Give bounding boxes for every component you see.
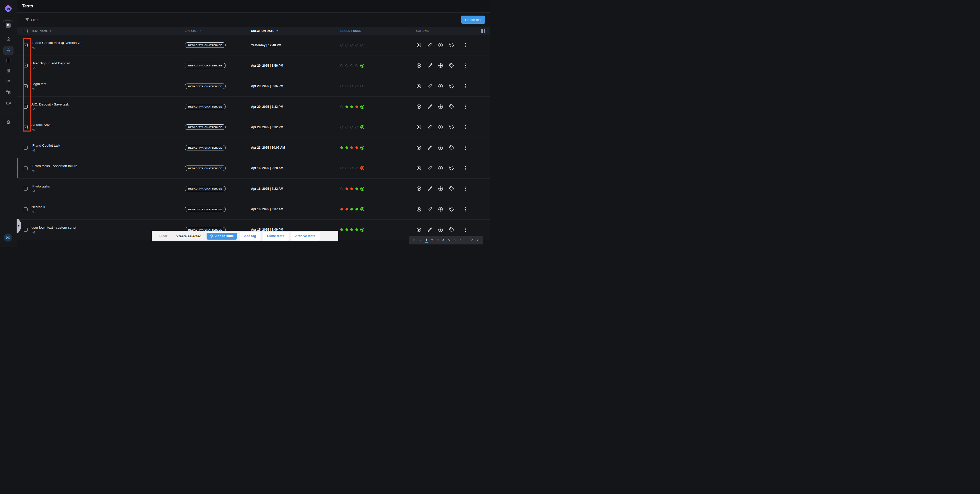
edit-test-button[interactable] — [427, 63, 433, 68]
table-row[interactable]: IF and Copilot task v2 DEBADITYA.CHATTER… — [17, 137, 490, 158]
table-row[interactable]: Nested IF v3 DEBADITYA.CHATTERJEE Apr 16… — [17, 199, 490, 220]
workspace-switcher[interactable]: D — [3, 21, 13, 30]
table-row[interactable]: AIC: Deposit - Save task v0 DEBADITYA.CH… — [17, 97, 490, 117]
add-to-suite-icon-button[interactable] — [438, 83, 443, 89]
more-options-button[interactable] — [463, 124, 468, 130]
tag-button[interactable] — [449, 207, 454, 212]
page-button-1[interactable]: 1 — [425, 238, 428, 243]
tag-button[interactable] — [449, 186, 454, 191]
row-checkbox[interactable] — [24, 187, 27, 191]
more-options-button[interactable] — [463, 42, 468, 48]
row-checkbox[interactable] — [24, 146, 27, 150]
tag-button[interactable] — [449, 227, 454, 233]
edit-test-button[interactable] — [427, 42, 433, 48]
add-to-suite-icon-button[interactable] — [438, 186, 443, 191]
add-to-suite-icon-button[interactable] — [438, 124, 443, 130]
test-name[interactable]: IF and Copilot task @ version v2 — [32, 41, 185, 45]
edit-test-button[interactable] — [427, 186, 433, 191]
test-name[interactable]: IF w/o tasks — [32, 185, 185, 188]
page-button-3[interactable]: 3 — [436, 238, 439, 242]
sidebar-item-tests[interactable] — [6, 48, 11, 53]
filter-button[interactable]: Filter — [25, 18, 38, 22]
tag-button[interactable] — [449, 124, 454, 130]
select-all-checkbox[interactable] — [24, 29, 27, 33]
test-name[interactable]: user login text - custom script — [32, 226, 185, 229]
tag-button[interactable] — [449, 83, 454, 89]
more-options-button[interactable] — [463, 63, 468, 68]
column-header-test-name[interactable]: TEST NAME ▲▼ — [29, 29, 185, 32]
page-button-6[interactable]: 6 — [453, 238, 456, 242]
table-row[interactable]: User Sign In and Deposit v0 DEBADITYA.CH… — [17, 56, 490, 76]
row-checkbox[interactable] — [24, 105, 27, 108]
row-checkbox[interactable] — [24, 64, 27, 67]
add-to-suite-icon-button[interactable] — [438, 145, 443, 150]
user-avatar[interactable]: DC — [4, 233, 12, 242]
add-to-suite-icon-button[interactable] — [438, 227, 443, 233]
sidebar-item-runs-list[interactable] — [6, 80, 11, 85]
edit-test-button[interactable] — [427, 145, 433, 150]
test-name[interactable]: AI Task Save — [32, 123, 185, 127]
page-button-4[interactable]: 4 — [442, 238, 445, 242]
column-header-creation-date[interactable]: CREATION DATE ▼ — [251, 29, 340, 32]
previous-page-button[interactable] — [419, 238, 422, 242]
column-header-creator[interactable]: CREATOR ▲▼ — [185, 29, 251, 32]
run-test-button[interactable] — [416, 124, 422, 130]
more-options-button[interactable] — [463, 83, 468, 89]
add-to-suite-icon-button[interactable] — [438, 207, 443, 212]
table-row[interactable]: IF and Copilot task @ version v2 v0 DEBA… — [17, 35, 490, 56]
edit-test-button[interactable] — [427, 166, 433, 171]
run-test-button[interactable] — [416, 104, 422, 109]
table-row[interactable]: IF w/o tasks - Assertion failure v0 DEBA… — [17, 158, 490, 178]
more-options-button[interactable] — [463, 186, 468, 191]
test-name[interactable]: IF and Copilot task — [32, 143, 185, 147]
edit-test-button[interactable] — [427, 104, 433, 109]
edit-test-button[interactable] — [427, 207, 433, 212]
table-row[interactable]: IF w/o tasks v2 DEBADITYA.CHATTERJEE Apr… — [17, 178, 490, 199]
row-checkbox[interactable] — [24, 84, 27, 88]
edit-test-button[interactable] — [427, 124, 433, 130]
run-test-button[interactable] — [416, 166, 422, 171]
edit-test-button[interactable] — [427, 83, 433, 89]
add-to-suite-icon-button[interactable] — [438, 42, 443, 48]
page-button-7[interactable]: 7 — [459, 238, 461, 242]
more-options-button[interactable] — [463, 145, 468, 150]
row-checkbox[interactable] — [24, 43, 27, 47]
test-name[interactable]: Login test — [32, 82, 185, 86]
row-checkbox[interactable] — [24, 166, 27, 170]
add-to-suite-icon-button[interactable] — [438, 166, 443, 171]
sidebar-item-home[interactable] — [6, 37, 11, 42]
test-name[interactable]: Nested IF — [32, 205, 185, 209]
tag-button[interactable] — [449, 63, 454, 68]
more-options-button[interactable] — [463, 227, 468, 233]
run-test-button[interactable] — [416, 63, 422, 68]
clone-tests-button[interactable]: Clone tests — [263, 232, 288, 241]
add-to-suite-icon-button[interactable] — [438, 104, 443, 109]
edit-test-button[interactable] — [427, 227, 433, 233]
create-test-button[interactable]: Create test — [461, 16, 485, 24]
tag-button[interactable] — [449, 104, 454, 109]
more-options-button[interactable] — [463, 207, 468, 212]
page-button-5[interactable]: 5 — [448, 238, 450, 242]
test-name[interactable]: IF w/o tasks - Assertion failure — [32, 164, 185, 168]
run-test-button[interactable] — [416, 145, 422, 150]
more-options-button[interactable] — [463, 166, 468, 171]
run-test-button[interactable] — [416, 207, 422, 212]
row-checkbox[interactable] — [24, 228, 27, 232]
tag-button[interactable] — [449, 145, 454, 150]
column-settings-button[interactable] — [476, 29, 485, 33]
row-checkbox[interactable] — [24, 207, 27, 211]
tag-button[interactable] — [449, 166, 454, 171]
page-button-2[interactable]: 2 — [431, 238, 433, 242]
sidebar-item-settings[interactable]: ⚙ — [6, 120, 11, 125]
run-test-button[interactable] — [416, 186, 422, 191]
run-test-button[interactable] — [416, 42, 422, 48]
sidebar-item-recordings[interactable] — [6, 101, 11, 106]
next-page-button[interactable] — [470, 238, 474, 242]
table-row[interactable]: AI Task Save v0 DEBADITYA.CHATTERJEE Apr… — [17, 117, 490, 137]
run-test-button[interactable] — [416, 83, 422, 89]
row-checkbox[interactable] — [24, 125, 27, 129]
last-page-button[interactable] — [477, 238, 480, 242]
add-tag-button[interactable]: Add tag — [240, 232, 261, 241]
sidebar-item-suites[interactable] — [6, 59, 11, 64]
clear-selection-button[interactable]: Clear — [159, 234, 167, 238]
